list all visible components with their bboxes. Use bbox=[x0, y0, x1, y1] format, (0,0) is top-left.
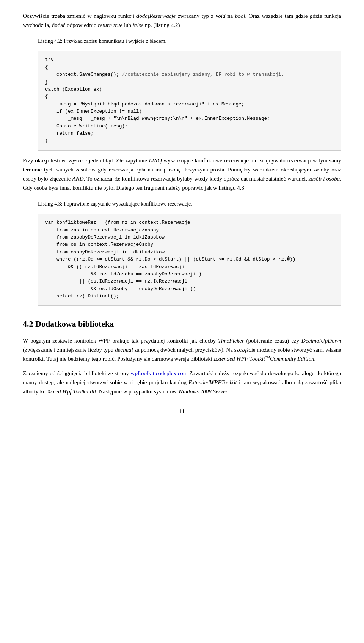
section-42-header: 4.2 Dodatkowa biblioteka bbox=[23, 317, 341, 330]
page-number: 11 bbox=[23, 407, 341, 416]
listing-42-code: try { context.SaveChanges(); //ostateczn… bbox=[38, 51, 341, 151]
section-42-text2: Zaczniemy od ściągnięcia biblioteki ze s… bbox=[23, 369, 341, 396]
section-42-text: W bogatym zestawie kontrolek WPF brakuje… bbox=[23, 336, 341, 363]
codeplex-link[interactable]: wpftoolkit.codeplex.com bbox=[131, 370, 188, 376]
para1: Przy okazji testów, wyszedł jeden błąd. … bbox=[23, 156, 341, 192]
listing-42-caption: Listing 4.2: Przykład zapisu komunikatu … bbox=[38, 37, 341, 46]
listing-43-code: var konfliktoweRez = (from rz in context… bbox=[38, 214, 341, 306]
intro-paragraph: Oczywiście trzeba zmienić w nagłówku fun… bbox=[23, 11, 341, 30]
listing-43-caption: Listing 4.3: Poprawione zapytanie wyszuk… bbox=[38, 200, 341, 208]
